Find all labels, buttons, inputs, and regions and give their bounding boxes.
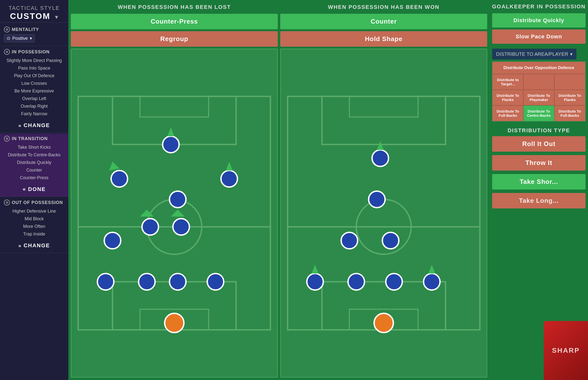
distribute-grid: Distribute Over Opposition Defence Distr… [492,61,586,121]
list-item: Low Crosses [4,80,64,87]
svg-rect-25 [281,90,487,337]
svg-point-15 [173,219,189,235]
list-item: Be More Expressive [4,87,64,95]
mentality-header: ⊙ MENTALITY [4,27,64,32]
svg-point-36 [386,274,402,290]
chevron-down-icon: ▾ [55,14,58,20]
possession-won-column: WHEN POSSESSION HAS BEEN WON Counter Hol… [280,2,487,378]
svg-point-18 [221,171,237,187]
pitch-svg-lost [71,49,277,377]
in-possession-header: ⊙ IN POSSESSION [4,49,64,55]
back-arrows-icon: « [23,186,26,192]
svg-point-16 [169,191,186,208]
svg-point-40 [369,191,385,208]
tactical-style-value[interactable]: CUSTOM ▾ [0,11,68,21]
possession-lost-title: WHEN POSSESSION HAS BEEN LOST [71,2,278,12]
take-long-button[interactable]: Take Long... [492,193,586,209]
svg-point-13 [104,232,121,249]
tactical-style-label: TACTICAL STYLE [0,5,68,11]
distribute-area-section: DISTRIBUTE TO AREA/PLAYER ▾ Distribute O… [490,49,588,121]
out-of-possession-header: ⊙ OUT OF POSSESSION [4,200,64,206]
empty-cell-1 [523,74,554,90]
pitch-svg-won [281,49,487,377]
goalkeeper-title: GOALKEEPER IN POSSESSION [490,2,588,11]
possession-lost-column: WHEN POSSESSION HAS BEEN LOST Counter-Pr… [71,2,278,378]
hold-shape-button[interactable]: Hold Shape [280,31,487,47]
possession-icon: ⊙ [4,49,10,55]
shirt-brand-text: SHARP [552,347,580,354]
distribute-over-defence-cell[interactable]: Distribute Over Opposition Defence [492,62,585,74]
in-transition-section: ⊙ IN TRANSITION Take Short Kicks Distrib… [0,134,68,197]
list-item: Overlap Left [4,95,64,102]
in-transition-done-button[interactable]: « DONE [4,184,64,194]
distribute-flanks-left-cell[interactable]: Distribute To Flanks [492,90,523,105]
svg-point-8 [165,313,184,333]
distribute-to-target-cell[interactable]: Distribute to Target... [492,74,523,90]
list-item: More Often [4,223,64,230]
svg-point-17 [111,171,128,187]
chevron-down-icon: ▾ [570,51,572,57]
distribute-quickly-button[interactable]: Distribute Quickly [492,13,586,28]
svg-point-38 [341,232,358,249]
distribute-flanks-right-cell[interactable]: Distribute To Flanks [554,90,585,105]
list-item: Slightly More Direct Passing [4,57,64,64]
svg-point-14 [142,219,159,235]
sidebar: TACTICAL STYLE CUSTOM ▾ ⊙ MENTALITY ⊙ Po… [0,0,68,380]
right-panel: GOALKEEPER IN POSSESSION Distribute Quic… [490,0,588,380]
distribute-fullbacks-left-cell[interactable]: Distribute To Full-Backs [492,105,523,121]
svg-point-37 [424,274,440,290]
throw-it-button[interactable]: Throw It [492,155,586,171]
distribute-fullbacks-right-cell[interactable]: Distribute To Full-Backs [554,105,585,121]
svg-point-19 [163,136,179,153]
in-transition-header: ⊙ IN TRANSITION [4,136,64,142]
mentality-section: ⊙ MENTALITY ⊙ Positive ▾ [0,25,68,46]
out-of-possession-section: ⊙ OUT OF POSSESSION Higher Defensive Lin… [0,198,68,253]
list-item: Overlap Right [4,102,64,110]
list-item: Distribute Quickly [4,159,64,166]
out-of-possession-list: Higher Defensive Line Mid Block More Oft… [4,208,64,238]
take-short-button[interactable]: Take Shor... [492,174,586,190]
list-item: Counter [4,166,64,174]
counter-press-button[interactable]: Counter-Press [71,14,278,29]
slow-pace-down-button[interactable]: Slow Pace Down [492,30,586,44]
distribution-type-section: DISTRIBUTION TYPE Roll It Out Throw It T… [490,126,588,210]
out-of-possession-change-button[interactable]: » CHANGE [4,240,64,251]
in-possession-list: Slightly More Direct Passing Pass Into S… [4,57,64,118]
svg-point-12 [207,274,224,290]
main-columns: WHEN POSSESSION HAS BEEN LOST Counter-Pr… [71,2,487,378]
possession-won-pitch [280,49,487,378]
possession-lost-pitch [71,49,278,378]
list-item: Play Out Of Defence [4,72,64,80]
mentality-icon-small: ⊙ [7,36,10,41]
distribute-area-button[interactable]: DISTRIBUTE TO AREA/PLAYER ▾ [492,49,576,59]
roll-it-out-button[interactable]: Roll It Out [492,136,586,152]
list-item: Higher Defensive Line [4,208,64,215]
svg-point-35 [348,274,364,290]
list-item: Distribute To Centre-Backs [4,151,64,159]
arrows-icon: » [19,123,22,128]
distribution-type-title: DISTRIBUTION TYPE [490,126,588,135]
svg-point-11 [169,274,186,290]
regroup-button[interactable]: Regroup [71,31,278,47]
tactical-style-section: TACTICAL STYLE CUSTOM ▾ [0,2,68,23]
list-item: Take Short Kicks [4,144,64,151]
distribute-centrebacks-cell[interactable]: Distribute To Centre-Backs [523,105,554,121]
mentality-select[interactable]: ⊙ Positive ▾ [4,34,35,42]
list-item: Fairly Narrow [4,110,64,118]
list-item: Counter-Press [4,174,64,182]
possession-won-title: WHEN POSSESSION HAS BEEN WON [280,2,487,12]
distribute-playmaker-cell[interactable]: Distribute To Playmaker [523,90,554,105]
shirt-overlay: SHARP [544,321,588,380]
out-possession-icon: ⊙ [4,200,10,206]
transition-icon: ⊙ [4,136,10,142]
counter-button[interactable]: Counter [280,14,487,29]
chevron-down-icon: ▾ [30,36,32,41]
svg-point-9 [97,274,114,290]
in-transition-list: Take Short Kicks Distribute To Centre-Ba… [4,144,64,182]
svg-point-39 [382,232,399,249]
list-item: Pass Into Space [4,64,64,72]
mentality-row: ⊙ Positive ▾ [4,34,64,42]
main-area: WHEN POSSESSION HAS BEEN LOST Counter-Pr… [68,0,490,380]
arrows-icon: » [19,243,22,248]
in-possession-change-button[interactable]: » CHANGE [4,120,64,131]
